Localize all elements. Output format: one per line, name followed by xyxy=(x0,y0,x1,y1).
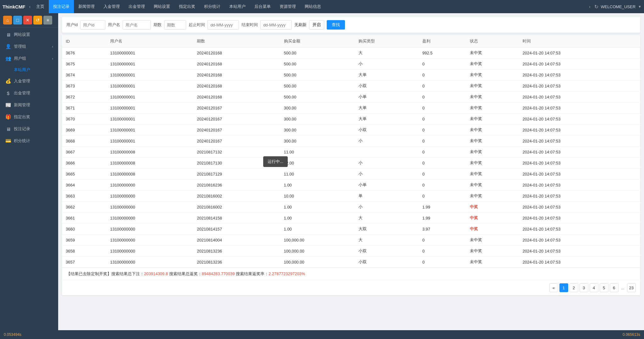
sidebar-item-designated-prize[interactable]: 🎁 指定出奖 xyxy=(0,111,58,123)
user-info[interactable]: WELCOME_USER xyxy=(601,4,636,9)
cell-profit: 0 xyxy=(419,257,466,268)
cell-profit: 992.5 xyxy=(419,47,466,58)
cell-status: 未中奖 xyxy=(466,81,519,92)
sidebar-icon-bar: ⌂ □ ✕ ↺ ≡ xyxy=(0,13,58,27)
nav-item-bets[interactable]: 投注记录 xyxy=(49,0,74,13)
period-label: 期数 xyxy=(153,22,162,28)
cell-type: 小 xyxy=(355,158,419,169)
nav-item-withdraw[interactable]: 出金管理 xyxy=(124,0,149,13)
cell-type: 小双 xyxy=(355,257,419,268)
cell-type: 大单 xyxy=(355,69,419,81)
cell-amount: 11.00 xyxy=(280,169,355,180)
cell-id: 3674 xyxy=(62,69,106,81)
nav-prev-arrow[interactable]: ‹ xyxy=(29,4,31,9)
page-prev-button[interactable]: « xyxy=(549,283,558,292)
page-4-button[interactable]: 4 xyxy=(590,283,598,292)
cell-period: 20210817130 xyxy=(193,158,280,169)
cell-username: 13100000001 xyxy=(106,136,193,147)
nav-item-site-settings[interactable]: 网站设置 xyxy=(149,0,175,13)
table-row: 3673 13100000001 20240120168 500.00 小双 0… xyxy=(62,81,640,92)
page-6-button[interactable]: 6 xyxy=(610,283,619,292)
table-row: 3664 13100000000 20210816236 1.00 小单 0 未… xyxy=(62,180,640,191)
cell-username: 13100000000 xyxy=(106,180,193,191)
sidebar-item-user-group[interactable]: 👥 用户组 › xyxy=(0,53,58,64)
cell-profit: 0 xyxy=(419,125,466,136)
table-row: 3672 13100000001 20240120168 500.00 小单 0… xyxy=(62,92,640,103)
sidebar-item-points[interactable]: 💳 积分统计 xyxy=(0,135,58,147)
cell-type: 小双 xyxy=(355,81,419,92)
sidebar-item-bet-records[interactable]: 🖥 投注记录 xyxy=(0,123,58,135)
user-dropdown-icon[interactable]: ▼ xyxy=(638,5,641,8)
cell-time: 2024-01-20 14:07:53 xyxy=(519,114,640,125)
page-last-button[interactable]: 23 xyxy=(627,283,636,292)
sidebar-item-news[interactable]: 📰 新闻管理 xyxy=(0,99,58,111)
cell-profit: 0 xyxy=(419,147,466,158)
page-ellipsis: ... xyxy=(620,286,626,290)
cell-username: 13100000001 xyxy=(106,47,193,58)
sidebar-home-icon[interactable]: ⌂ xyxy=(3,16,12,25)
cell-amount: 1.00 xyxy=(280,213,355,224)
nav-item-points[interactable]: 积分统计 xyxy=(200,0,225,13)
cell-profit: 0 xyxy=(419,103,466,114)
nav-item-deposit[interactable]: 入金管理 xyxy=(99,0,124,13)
nav-item-site-info[interactable]: 网站信息 xyxy=(300,0,325,13)
table-row: 3657 13100000000 20210813236 100,000.00 … xyxy=(62,257,640,268)
cell-id: 3670 xyxy=(62,114,106,125)
username-label: 用户名 xyxy=(108,22,120,28)
withdraw-icon: $ xyxy=(5,91,11,96)
cell-status: 未中奖 xyxy=(466,125,519,136)
cell-type: 大 xyxy=(355,47,419,58)
cell-status: 未中奖 xyxy=(466,58,519,69)
page-3-button[interactable]: 3 xyxy=(580,283,588,292)
sidebar-subitem-site-users[interactable]: 本站用户 xyxy=(0,64,58,75)
nav-right: › ↻ WELCOME_USER ▼ xyxy=(588,4,641,10)
toggle-refresh-button[interactable]: 开启 xyxy=(309,20,324,30)
sidebar-item-site-settings[interactable]: 🖥 网站设置 xyxy=(0,29,58,41)
main-content: 用户id 用户名 期数 起止时间 结束时间 无刷新 开启 查找 ID 用户名 期… xyxy=(58,13,644,339)
nav-item-resources[interactable]: 资源管理 xyxy=(275,0,300,13)
page-2-button[interactable]: 2 xyxy=(569,283,578,292)
nav-home[interactable]: 主页 xyxy=(32,0,49,13)
summary-return-rate: 2.2787723297203% xyxy=(269,271,305,276)
cell-username: 13100000001 xyxy=(106,92,193,103)
nav-next-arrow[interactable]: › xyxy=(589,4,591,9)
cell-profit: 0 xyxy=(419,169,466,180)
period-input[interactable] xyxy=(164,20,186,30)
nav-item-backend[interactable]: 后台菜单 xyxy=(250,0,275,13)
sidebar-new-icon[interactable]: □ xyxy=(13,16,22,25)
page-1-button[interactable]: 1 xyxy=(559,283,568,292)
cell-status: 未中奖 xyxy=(466,246,519,257)
cell-username: 13100000000 xyxy=(106,235,193,246)
nav-item-users[interactable]: 本站用户 xyxy=(225,0,250,13)
sidebar-close-icon[interactable]: ✕ xyxy=(23,16,32,25)
sidebar-item-deposit[interactable]: 💰 入金管理 xyxy=(0,75,58,87)
cell-amount: 500.00 xyxy=(280,47,355,58)
sidebar-menu-icon[interactable]: ≡ xyxy=(43,16,52,25)
sidebar-item-withdraw[interactable]: $ 出金管理 xyxy=(0,87,58,99)
cell-username: 13100000008 xyxy=(106,169,193,180)
start-time-input[interactable] xyxy=(208,20,239,30)
cell-time: 2024-01-20 14:07:53 xyxy=(519,81,640,92)
nav-item-news[interactable]: 新闻管理 xyxy=(74,0,99,13)
table-row: 3667 13100000008 20210817132 11.00 0 未中奖… xyxy=(62,147,640,158)
username-input[interactable] xyxy=(123,20,151,30)
sidebar-label-points: 积分统计 xyxy=(14,138,30,144)
table-body: 3676 13100000001 20240120168 500.00 大 99… xyxy=(62,47,640,268)
cell-status: 未中奖 xyxy=(466,92,519,103)
cell-amount: 1.00 xyxy=(280,180,355,191)
sidebar: ⌂ □ ✕ ↺ ≡ 🖥 网站设置 👤 管理组 › 👥 用户组 › 本站用户 💰 … xyxy=(0,13,58,339)
cell-profit: 0 xyxy=(419,114,466,125)
refresh-icon[interactable]: ↻ xyxy=(594,4,598,10)
search-button[interactable]: 查找 xyxy=(327,20,345,30)
cell-type: 小 xyxy=(355,58,419,69)
cell-period: 20240120167 xyxy=(193,125,280,136)
page-5-button[interactable]: 5 xyxy=(600,283,608,292)
sidebar-refresh-icon[interactable]: ↺ xyxy=(33,16,42,25)
nav-item-designated-prize[interactable]: 指定出奖 xyxy=(175,0,200,13)
user-id-input[interactable] xyxy=(80,20,105,30)
end-time-input[interactable] xyxy=(260,20,292,30)
cell-amount: 100,000.00 xyxy=(280,246,355,257)
sidebar-item-admin-group[interactable]: 👤 管理组 › xyxy=(0,41,58,53)
sidebar-label-prize: 指定出奖 xyxy=(14,114,30,120)
cell-username: 13100000001 xyxy=(106,81,193,92)
